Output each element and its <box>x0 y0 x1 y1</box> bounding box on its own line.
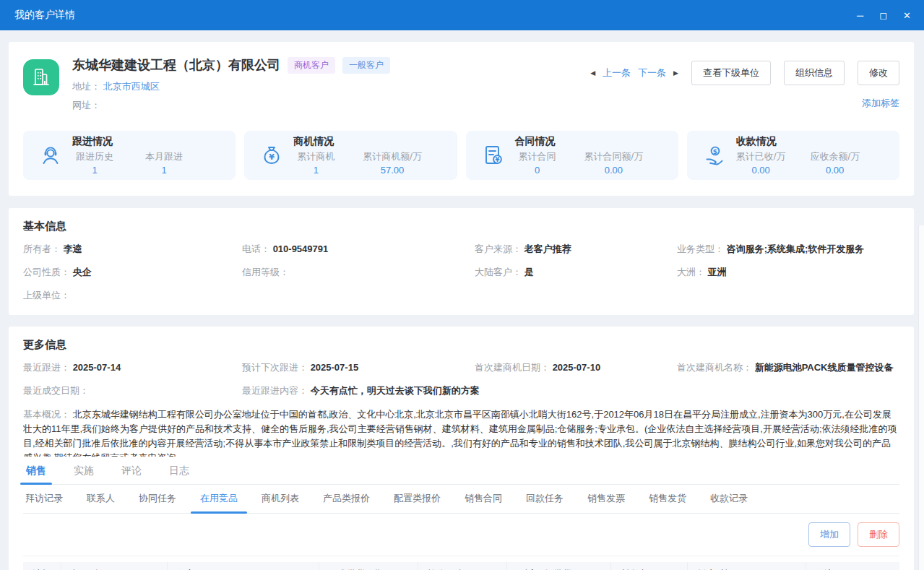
company-profile: 基本概况： 北京东城华建钢结构工程有限公司办公室地址位于中国的首都,政治、文化中… <box>23 407 899 457</box>
field-parent-unit: 上级单位： <box>23 289 242 302</box>
stat-card-opportunity: ¥ 商机情况 累计商机 1 累计商机额/万 57.00 <box>244 131 457 180</box>
basic-info-section: 基本信息 所有者： 李逵 电话： 010-9549791 客户来源： 老客户推荐… <box>9 208 914 315</box>
delete-button[interactable]: 删除 <box>858 522 899 547</box>
view-sub-units-button[interactable]: 查看下级单位 <box>691 61 771 85</box>
metric-label: 跟进历史 <box>72 150 117 163</box>
address-label: 地址： <box>72 81 100 92</box>
stat-card-payment: $ 收款情况 累计已收/万 0.00 应收余额/万 0.00 <box>687 131 899 180</box>
window-title: 我的客户详情 <box>14 9 75 22</box>
field-mainland-customer: 大陆客户： 是 <box>475 266 677 279</box>
add-button[interactable]: 增加 <box>808 522 850 547</box>
profile-label: 基本概况： <box>23 409 70 420</box>
sales-subtabs: 拜访记录 联系人 协同任务 在用竞品 商机列表 产品类报价 配置类报价 销售合同… <box>23 485 899 514</box>
minimize-icon[interactable]: ─ <box>857 11 863 20</box>
col-supply-date: 正式供货日期 <box>319 562 418 570</box>
add-tag-link[interactable]: 添加标签 <box>862 97 899 110</box>
close-icon[interactable]: ✕ <box>903 11 911 20</box>
subtab-competing-products[interactable]: 在用竞品 <box>199 485 238 513</box>
metric-label: 累计合同 <box>515 150 560 163</box>
metric-value: 1 <box>72 165 117 176</box>
metric-value: 0.00 <box>584 165 644 176</box>
profile-text: 北京东城华建钢结构工程有限公司办公室地址位于中国的首都,政治、文化中心北京,北京… <box>23 409 897 457</box>
address-link[interactable]: 北京市西城区 <box>103 81 160 92</box>
headset-person-icon <box>39 144 62 167</box>
subtab-payment-tasks[interactable]: 回款任务 <box>525 485 564 513</box>
tab-logs[interactable]: 日志 <box>168 459 191 484</box>
field-business-type: 业务类型： 咨询服务;系统集成;软件开发服务 <box>677 243 899 256</box>
table-header-row: 选择 产品型号 友商 正式供货日期 单价(区间) 最近一年供货量 所有者 创建时… <box>23 562 899 570</box>
field-credit-rating: 信用等级： <box>242 266 475 279</box>
next-arrow-icon[interactable]: ▶ <box>673 69 678 77</box>
tab-implementation[interactable]: 实施 <box>72 459 95 484</box>
customer-header-card: 东城华建建设工程（北京）有限公司 商机客户 一般客户 地址： 北京市西城区 网址… <box>9 42 914 196</box>
stat-cards-row: 跟进情况 跟进历史 1 本月跟进 1 <box>23 131 899 180</box>
prev-record-link[interactable]: 上一条 <box>603 66 631 79</box>
maximize-icon[interactable]: ◻ <box>879 11 887 20</box>
field-next-followup: 预计下次跟进： 2025-07-15 <box>242 361 475 374</box>
subtab-sales-invoices[interactable]: 销售发票 <box>587 485 626 513</box>
tab-sales[interactable]: 销售 <box>25 459 48 484</box>
subtab-sales-contracts[interactable]: 销售合同 <box>464 485 503 513</box>
metric-label: 累计已收/万 <box>736 150 786 163</box>
badge-opportunity-customer: 商机客户 <box>288 57 335 74</box>
field-last-followup-content: 最近跟进内容： 今天有点忙，明天过去谈下我们新的方案 <box>242 384 677 397</box>
col-created-at: 创建时间 <box>687 562 806 570</box>
subtab-collaborative-tasks[interactable]: 协同任务 <box>138 485 177 513</box>
more-info-title: 更多信息 <box>23 338 899 352</box>
stat-title: 跟进情况 <box>72 135 228 148</box>
field-first-opportunity-name: 首次建商机名称： 新能源电池PACK线质量管控设备 <box>677 361 899 374</box>
metric-label: 累计商机额/万 <box>363 150 422 163</box>
field-company-nature: 公司性质： 央企 <box>23 266 242 279</box>
window-titlebar: 我的客户详情 ─ ◻ ✕ <box>0 0 924 30</box>
tab-comments[interactable]: 评论 <box>120 459 143 484</box>
field-phone: 电话： 010-9549791 <box>242 243 475 256</box>
stat-card-followup: 跟进情况 跟进历史 1 本月跟进 1 <box>23 131 236 180</box>
subtab-visit-records[interactable]: 拜访记录 <box>25 485 64 513</box>
col-unit-price: 单价(区间) <box>418 562 506 570</box>
field-last-followup: 最近跟进： 2025-07-14 <box>23 361 242 374</box>
subtab-contacts[interactable]: 联系人 <box>86 485 116 513</box>
metric-value: 0 <box>515 165 560 176</box>
edit-button[interactable]: 修改 <box>858 61 899 85</box>
competing-products-table: 选择 产品型号 友商 正式供货日期 单价(区间) 最近一年供货量 所有者 创建时… <box>23 562 899 570</box>
company-name: 东城华建建设工程（北京）有限公司 <box>72 56 280 74</box>
website-label: 网址： <box>72 100 100 111</box>
metric-label: 应收余额/万 <box>810 150 860 163</box>
subtab-payment-records[interactable]: 收款记录 <box>709 485 748 513</box>
company-avatar <box>23 59 59 95</box>
metric-value: 0.00 <box>736 165 786 176</box>
badge-general-customer: 一般客户 <box>342 57 390 74</box>
prev-arrow-icon[interactable]: ◀ <box>590 69 595 77</box>
money-bag-icon: ¥ <box>260 144 283 167</box>
organization-info-button[interactable]: 组织信息 <box>784 61 845 85</box>
col-last-year-volume: 最近一年供货量 <box>506 562 610 570</box>
hand-coin-icon: $ <box>703 144 726 167</box>
subtab-config-quotes[interactable]: 配置类报价 <box>393 485 441 513</box>
subtab-sales-shipments[interactable]: 销售发货 <box>648 485 687 513</box>
field-last-deal-date: 最近成交日期： <box>23 384 242 397</box>
metric-value: 1 <box>142 165 186 176</box>
subtab-product-quotes[interactable]: 产品类报价 <box>322 485 371 513</box>
stat-card-contract: ¥ 合同情况 累计合同 0 累计合同额/万 0.00 <box>466 131 678 180</box>
contract-icon: ¥ <box>482 144 505 167</box>
basic-info-title: 基本信息 <box>23 220 899 233</box>
metric-label: 本月跟进 <box>142 150 186 163</box>
window-controls: ─ ◻ ✕ <box>857 11 911 20</box>
field-continent: 大洲： 亚洲 <box>677 266 899 279</box>
building-icon <box>30 66 52 88</box>
metric-value: 57.00 <box>363 165 422 176</box>
main-tabs: 销售 实施 评论 日志 <box>23 459 899 485</box>
vertical-scrollbar[interactable] <box>918 225 924 570</box>
metric-value: 1 <box>293 165 338 176</box>
col-product-model: 产品型号 <box>61 562 167 570</box>
subtab-opportunity-list[interactable]: 商机列表 <box>261 485 300 513</box>
next-record-link[interactable]: 下一条 <box>638 66 666 79</box>
field-first-opportunity-date: 首次建商机日期： 2025-07-10 <box>475 361 677 374</box>
svg-text:$: $ <box>713 148 717 155</box>
field-customer-source: 客户来源： 老客户推荐 <box>475 243 677 256</box>
more-info-section: 更多信息 最近跟进： 2025-07-14 预计下次跟进： 2025-07-15… <box>9 327 914 570</box>
field-owner: 所有者： 李逵 <box>23 243 242 256</box>
stat-title: 合同情况 <box>515 135 671 148</box>
customer-detail-page: 东城华建建设工程（北京）有限公司 商机客户 一般客户 地址： 北京市西城区 网址… <box>0 30 924 570</box>
col-select: 选择 <box>23 562 61 570</box>
